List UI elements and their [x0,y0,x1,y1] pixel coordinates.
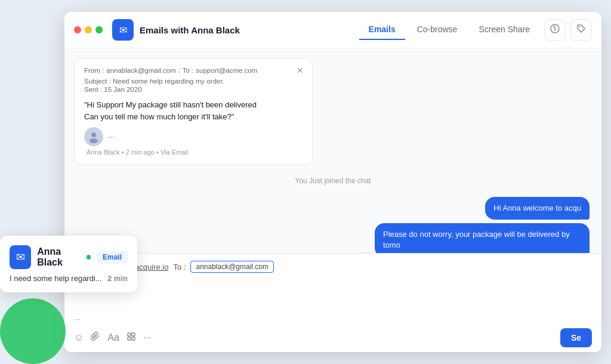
to-label: To : [183,67,194,74]
floating-name: Anna Black [37,246,91,268]
system-message: You Just joined the chat [74,172,592,190]
compose-toolbar-dots: ··· [74,314,592,323]
main-window: ✉ Emails with Anna Black Emails Co-brows… [64,12,601,352]
from-email: annablack@gmail.com [106,67,176,74]
more-options-button[interactable]: ··· [143,332,151,343]
floating-name-row: Anna Black [37,246,91,268]
traffic-lights [74,26,103,33]
app-icon: ✉ [112,19,134,41]
tag-button[interactable] [570,19,592,41]
agent-bubble-row: ··· Please do not worry, your package wi… [363,223,590,253]
sender-row: ··· [84,127,303,146]
email-card: ✕ From : annablack@gmail.com | To : supp… [74,58,313,165]
tag-icon [576,24,586,36]
svg-point-4 [90,138,98,143]
agent-messages: Hi Anna welcome to acqu ··· Please do no… [74,197,592,253]
sender-info: Anna Black • 2 min ago • Via Email [84,149,303,156]
email-close-button[interactable]: ✕ [294,64,306,76]
messages-container: ✕ From : annablack@gmail.com | To : supp… [64,48,601,253]
nav-tabs: Emails Co-browse Screen Share [359,19,592,41]
to-email: support@acme.com [196,67,257,74]
attach-button[interactable] [91,332,100,344]
floating-time: 2 min [107,274,128,283]
floating-preview-text: I need some help regardi... [10,274,102,283]
add-user-icon [550,24,560,36]
svg-rect-8 [132,337,135,340]
floating-channel-badge: Email [97,251,128,264]
svg-point-2 [579,26,580,27]
svg-rect-7 [128,337,131,340]
email-subject: Subject : Need some help regarding my or… [84,78,303,85]
agent-bubble-2: Please do not worry, your package will b… [375,223,590,253]
tab-screenshare[interactable]: Screen Share [469,20,539,40]
online-indicator [87,255,91,260]
send-button[interactable]: Se [560,328,592,347]
from-label: From : [84,67,104,74]
font-button[interactable]: Aa [107,332,119,343]
compose-to-email: annablack@gmail.com [190,261,274,273]
floating-preview-row: I need some help regardi... 2 min [10,274,128,283]
svg-rect-5 [128,333,131,336]
titlebar: ✉ Emails with Anna Black Emails Co-brows… [64,12,601,48]
chat-area: ✕ From : annablack@gmail.com | To : supp… [64,48,601,352]
message-options-button[interactable]: ··· [108,132,115,141]
add-user-button[interactable] [544,19,566,41]
svg-point-3 [91,132,96,137]
compose-to-label: To : [174,263,186,272]
compose-at-symbol: @ [74,281,592,290]
compose-area: From : support@acquire.io To : annablack… [64,253,601,352]
tab-emails[interactable]: Emails [359,20,405,40]
compose-header: From : support@acquire.io To : annablack… [74,261,592,273]
tab-cobrowse[interactable]: Co-browse [408,20,467,40]
emoji-button[interactable]: ☺ [74,332,84,343]
compose-toolbar: ☺ Aa ··· [74,328,592,347]
email-body: "Hi Support My package still hasn't been… [84,99,303,122]
grid-button[interactable] [126,332,136,344]
close-button[interactable] [74,26,81,33]
maximize-button[interactable] [95,26,103,33]
floating-avatar: ✉ [10,245,31,269]
agent-bubble-1: Hi Anna welcome to acqu [485,197,590,220]
minimize-button[interactable] [85,26,92,33]
main-content: ✕ From : annablack@gmail.com | To : supp… [64,48,601,352]
email-sent: Sent : 15 Jan 2020 [84,86,303,93]
compose-body[interactable]: @ [74,279,592,314]
app-title: Emails with Anna Black [140,25,359,35]
floating-contact-card: ✉ Anna Black Email I need some help rega… [0,236,137,292]
floating-card-header: ✉ Anna Black Email [10,245,128,269]
email-meta: From : annablack@gmail.com | To : suppor… [84,67,303,74]
svg-rect-6 [132,333,135,336]
agent-options-button[interactable]: ··· [363,248,370,253]
avatar [84,127,103,146]
decoration-blob [0,298,66,364]
